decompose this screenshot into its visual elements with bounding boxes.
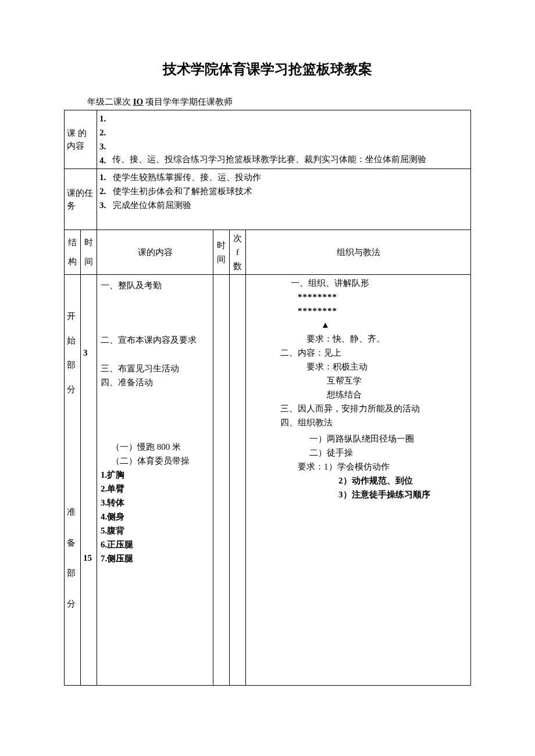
num-item: 2. xyxy=(99,126,112,139)
task-num: 3. xyxy=(99,200,106,210)
meta-text-2: 项目学年学期任课教师 xyxy=(143,97,233,106)
exercise-item: 1.扩胸 xyxy=(101,468,209,482)
org-req: 想练结合 xyxy=(280,388,468,402)
exercise-item: 3.转体 xyxy=(101,496,209,510)
meta-io: IO xyxy=(133,97,144,106)
org-req-sub: 3）注意徒手操练习顺序 xyxy=(280,488,468,501)
course-content-cell: 1. 2. 3. 4. 传、接、运、投综合练习学习抢篮板球教学比赛、裁判实习体能… xyxy=(97,110,471,169)
time-cell xyxy=(213,275,230,686)
num-item: 3. xyxy=(99,139,112,153)
header-time2: 时间 xyxy=(213,230,230,275)
org-line: 一、组织、讲解队形 xyxy=(280,276,468,290)
meta-text-1: 年级二课次 xyxy=(87,97,133,106)
num-item: 4. xyxy=(99,153,112,167)
org-line: 三、因人而异，安排力所能及的活动 xyxy=(280,402,468,415)
header-content: 课的内容 xyxy=(97,230,213,275)
content-text: 传、接、运、投综合练习学习抢篮板球教学比赛、裁判实习体能：坐位体前屈测验 xyxy=(112,152,426,166)
page-title: 技术学院体育课学习抢篮板球教案 xyxy=(64,58,471,80)
section-label-prep: 准备部分 xyxy=(65,431,81,686)
header-freq: 次f数 xyxy=(230,230,246,275)
content-line: 一、整队及考勤 xyxy=(101,278,209,292)
task-num: 1. xyxy=(99,173,106,182)
table-header-row: 结构 时间 课的内容 时间 次f数 组织与教法 xyxy=(65,230,471,275)
exercise-item: 6.正压腿 xyxy=(101,538,209,551)
task-text: 完成坐位体前屈测验 xyxy=(113,200,191,210)
section-label-start: 开始部分 xyxy=(65,275,81,431)
org-line: 四、组织教法 xyxy=(280,415,468,429)
course-task-cell: 1. 使学生较熟练掌握传、接、运、投动作 2. 使学生初步体会和了解抢篮板球技术… xyxy=(97,169,471,230)
task-text: 使学生初步体会和了解抢篮板球技术 xyxy=(113,187,252,196)
header-org: 组织与教法 xyxy=(246,230,471,275)
header-time1: 时间 xyxy=(81,230,97,275)
exercise-item: 4.侧身 xyxy=(101,510,209,524)
org-req: 要求：积极主动 xyxy=(280,360,468,374)
freq-cell xyxy=(230,275,246,686)
num-item: 1. xyxy=(99,112,112,126)
org-line: 二、内容：见上 xyxy=(280,346,468,360)
meta-line: 年级二课次 IO 项目学年学期任课教师 xyxy=(87,95,471,109)
lesson-table: 课 的内容 1. 2. 3. 4. 传、接、运、投综合练习学习抢篮板球教学比赛、… xyxy=(64,110,471,686)
org-method: 一）两路纵队绕田径场一圈 xyxy=(280,432,468,446)
section-content-start: 一、整队及考勤 二、宣布本课内容及要求 三、布置见习生活动 四、准备活动 xyxy=(97,275,213,431)
content-line: 三、布置见习生活动 xyxy=(101,361,209,375)
content-line: （一）慢跑 800 米 xyxy=(101,440,209,454)
org-req: 互帮互学 xyxy=(280,374,468,388)
exercise-item: 5.腹背 xyxy=(101,524,209,538)
table-row: 课的任务 1. 使学生较熟练掌握传、接、运、投动作 2. 使学生初步体会和了解抢… xyxy=(65,169,471,230)
section-time-prep: 15 xyxy=(81,431,97,686)
formation-stars: ******** xyxy=(280,304,468,318)
org-method: 二）徒手操 xyxy=(280,446,468,460)
org-req: 要求：1）学会模仿动作 xyxy=(280,460,468,474)
exercise-item: 7.侧压腿 xyxy=(101,551,209,565)
section-time-start: 3 xyxy=(81,275,97,431)
org-req: 要求：快、静、齐。 xyxy=(280,332,468,346)
table-row: 课 的内容 1. 2. 3. 4. 传、接、运、投综合练习学习抢篮板球教学比赛、… xyxy=(65,110,471,169)
task-num: 2. xyxy=(99,187,106,196)
content-line: （二）体育委员带操 xyxy=(101,454,209,468)
row-label-task: 课的任务 xyxy=(65,169,97,230)
row-label-content: 课 的内容 xyxy=(65,110,97,169)
exercise-item: 2.单臂 xyxy=(101,482,209,496)
header-structure: 结构 xyxy=(65,230,81,275)
content-line: 四、准备活动 xyxy=(101,375,209,389)
section-content-prep: （一）慢跑 800 米 （二）体育委员带操 1.扩胸 2.单臂 3.转体 4.侧… xyxy=(97,431,213,686)
section-org-prep: 一）两路纵队绕田径场一圈 二）徒手操 要求：1）学会模仿动作 2）动作规范、到位… xyxy=(246,431,471,686)
task-text: 使学生较熟练掌握传、接、运、投动作 xyxy=(113,173,261,182)
content-line: 二、宣布本课内容及要求 xyxy=(101,333,209,347)
section-org-start: 一、组织、讲解队形 ******** ******** ▲ 要求：快、静、齐。 … xyxy=(246,275,471,431)
formation-triangle: ▲ xyxy=(280,318,468,332)
org-req-sub: 2）动作规范、到位 xyxy=(280,474,468,488)
formation-stars: ******** xyxy=(280,290,468,304)
